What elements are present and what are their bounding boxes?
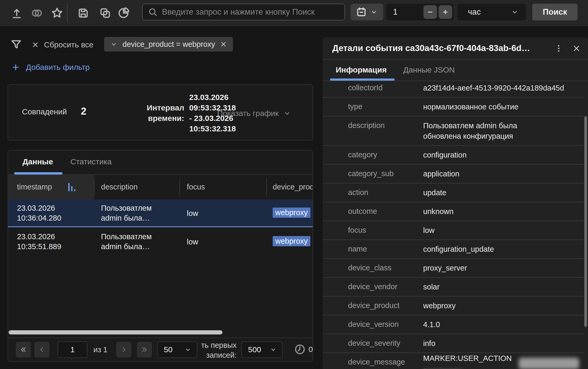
close-icon [572,44,581,53]
export-button[interactable] [9,6,24,20]
copy-icon [99,7,111,19]
kebab-menu-icon [554,44,563,53]
first-page-button[interactable] [16,342,31,357]
details-scrollbar-thumb[interactable] [584,116,587,327]
field-value: proxy_server [423,263,579,273]
remove-filter-icon[interactable] [220,41,227,48]
copy-search-button[interactable] [98,6,113,20]
filter-chip-device-product[interactable]: device_product = webproxy [104,37,233,52]
event-fields-list: collectorId a23f14d4-aeef-4513-9920-442a… [323,81,584,369]
cell-device-product-highlight: webproxy [273,236,310,246]
upload-icon [11,7,23,19]
search-submit-button[interactable]: Поиск [532,4,578,20]
field-value: solar [423,282,579,292]
interval-value[interactable]: 1 [393,7,423,17]
field-value: configuration [423,150,579,160]
field-row-action: action update [323,183,584,202]
funnel-icon [10,38,23,51]
calendar-icon [356,7,367,18]
sort-bars-icon[interactable] [68,183,79,191]
search-icon [148,7,158,17]
clear-all-filters-button[interactable] [31,41,39,49]
tab-json-data[interactable]: Данные JSON [403,65,455,74]
interval-unit-value: час [468,7,481,17]
details-menu-button[interactable] [553,43,564,54]
record-limit-select[interactable]: 500 [241,341,283,358]
device-message-prefix: MARKER:USER_ACTION - [423,353,515,369]
field-key: category [348,150,423,160]
interval-decrement-button[interactable] [423,5,437,19]
page-number-input[interactable] [58,341,87,358]
tab-information[interactable]: Информация [336,65,387,74]
pie-chart-icon [117,7,130,20]
double-chevron-right-icon [140,345,149,354]
field-row-description: description Пользоватлем admin была обно… [323,116,584,146]
clock-icon [294,343,306,355]
cell-timestamp: 23.03.2026 10:36:04.280 [17,203,61,223]
field-key: device_version [348,319,423,329]
matches-count: 2 [81,106,86,117]
interval-label: Интервал времени: [127,103,184,124]
interval-value-group: 1 [386,4,454,20]
filters-button[interactable] [10,38,23,51]
app-screen: 1 час Поиск Сбросить все device_product … [0,0,588,369]
column-separator [266,178,267,196]
field-row-outcome: outcome unknown [323,202,584,221]
column-header-device-product[interactable]: device_product [273,183,313,191]
details-close-button[interactable] [571,43,582,54]
page-size-select[interactable]: 50 [157,341,197,358]
filter-chip-label: device_product = webproxy [122,40,215,49]
tab-data[interactable]: Данные [23,157,53,166]
save-search-button[interactable] [76,6,91,20]
chevron-down-icon [184,346,192,353]
date-range-button[interactable] [351,4,383,20]
last-page-button[interactable] [137,342,152,357]
page-count-label: из 1 [93,345,108,354]
cell-focus: low [187,237,198,247]
results-card: Данные Статистика timestamp description … [8,150,313,362]
chevron-down-icon [270,346,277,353]
query-search-field[interactable] [142,4,345,20]
results-tabs: Данные Статистика [8,150,313,175]
details-title: Детали события ca30a43c-67f0-404a-83ab-6… [332,43,530,53]
clear-all-filters-label[interactable]: Сбросить все [44,40,93,49]
prev-page-button[interactable] [34,342,49,357]
interval-unit-select[interactable]: час [457,4,526,20]
column-header-timestamp[interactable]: timestamp [17,183,52,191]
chevron-down-icon [511,8,519,16]
table-row[interactable]: 23.03.2026 10:36:04.280 Пользоватлем adm… [8,199,313,227]
field-row-device-product: device_product webproxy [323,297,584,315]
cell-description: Пользоватлем admin была… [101,203,152,223]
save-icon [77,7,89,19]
record-limit-value: 500 [248,345,261,354]
tab-statistics[interactable]: Статистика [70,157,112,166]
refresh-timer[interactable] [294,343,306,355]
horizontal-scrollbar-thumb[interactable] [9,330,222,334]
top-toolbar: 1 час Поиск [0,0,588,26]
merge-button[interactable] [30,6,44,20]
chart-report-button[interactable] [116,6,131,20]
field-key: type [348,102,423,111]
column-header-description[interactable]: description [101,183,138,191]
field-key: collectorId [348,83,423,93]
search-input[interactable] [162,7,339,17]
toolbar-divider [67,4,68,23]
field-row-type: type нормализованное событие [323,98,584,116]
matches-summary-card: Совпадений 2 Показать график Интервал вр… [8,84,313,141]
field-value: unknown [423,206,579,217]
cell-device-product-highlight: webproxy [273,208,310,218]
active-tab-indicator [14,172,63,175]
interval-increment-button[interactable] [439,5,452,19]
cell-focus: low [187,208,198,218]
table-row[interactable]: 23.03.2026 10:35:51.889 Пользоватлем adm… [8,228,313,256]
next-page-button[interactable] [116,342,131,357]
field-row-device-version: device_version 4.1.0 [323,315,584,334]
details-tabs: Информация Данные JSON [323,60,588,81]
add-filter-button[interactable]: Добавить фильтр [11,63,90,72]
field-row-name: name configuration_update [323,240,584,259]
column-separator [94,178,94,196]
column-header-focus[interactable]: focus [187,183,205,191]
add-filter-label: Добавить фильтр [26,63,90,72]
favorite-button[interactable] [50,6,64,20]
page-size-value: 50 [164,345,172,354]
